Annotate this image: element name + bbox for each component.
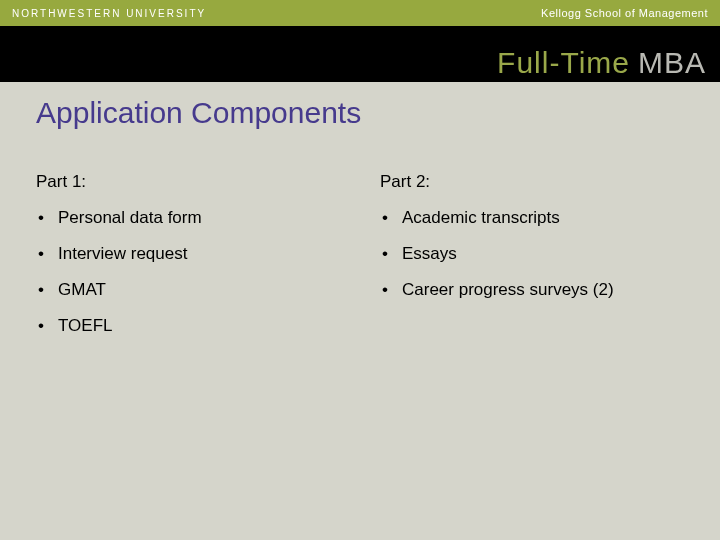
university-name: NORTHWESTERN UNIVERSITY bbox=[12, 8, 206, 19]
column-part-1: Part 1: Personal data form Interview req… bbox=[36, 172, 340, 352]
banner: Full-TimeMBA bbox=[0, 26, 720, 82]
item-list: Personal data form Interview request GMA… bbox=[36, 208, 340, 336]
list-item: GMAT bbox=[36, 280, 340, 300]
slide-title: Application Components bbox=[0, 82, 720, 130]
program-suffix: MBA bbox=[638, 46, 706, 79]
item-list: Academic transcripts Essays Career progr… bbox=[380, 208, 684, 300]
list-item: Academic transcripts bbox=[380, 208, 684, 228]
list-item: Essays bbox=[380, 244, 684, 264]
program-prefix: Full-Time bbox=[497, 46, 630, 79]
list-item: Career progress surveys (2) bbox=[380, 280, 684, 300]
school-name: Kellogg School of Management bbox=[541, 7, 708, 19]
list-item: TOEFL bbox=[36, 316, 340, 336]
content-columns: Part 1: Personal data form Interview req… bbox=[0, 130, 720, 352]
column-heading: Part 1: bbox=[36, 172, 340, 192]
list-item: Interview request bbox=[36, 244, 340, 264]
header-bar: NORTHWESTERN UNIVERSITY Kellogg School o… bbox=[0, 0, 720, 26]
column-heading: Part 2: bbox=[380, 172, 684, 192]
program-title: Full-TimeMBA bbox=[497, 46, 706, 80]
list-item: Personal data form bbox=[36, 208, 340, 228]
column-part-2: Part 2: Academic transcripts Essays Care… bbox=[380, 172, 684, 352]
